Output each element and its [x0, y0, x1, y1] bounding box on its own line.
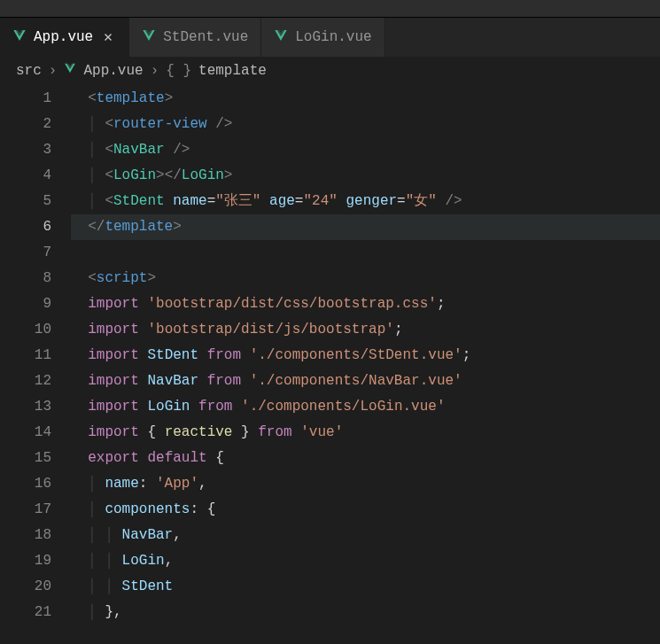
line-number: 6 — [0, 214, 71, 240]
line-number: 8 — [0, 266, 71, 291]
chevron-right-icon: › — [49, 63, 58, 79]
tab-label: StDent.vue — [163, 29, 248, 45]
code-line: import LoGin from './components/LoGin.vu… — [71, 394, 660, 420]
line-number: 15 — [0, 446, 71, 471]
line-number: 14 — [0, 420, 71, 446]
code-line: │ <NavBar /> — [71, 137, 660, 163]
line-number: 7 — [0, 240, 71, 266]
code-line: import StDent from './components/StDent.… — [71, 343, 660, 369]
line-number: 20 — [0, 574, 71, 600]
line-number: 16 — [0, 471, 71, 497]
vue-icon — [64, 62, 76, 79]
code-line: <script> — [71, 266, 660, 291]
line-number: 18 — [0, 523, 71, 548]
code-line: import 'bootstrap/dist/css/bootstrap.css… — [71, 291, 660, 317]
close-icon[interactable] — [100, 29, 116, 45]
breadcrumb-item[interactable]: template — [198, 63, 267, 79]
tab-stdent-vue[interactable]: StDent.vue — [129, 18, 261, 57]
code-line: │ name: 'App', — [71, 471, 660, 497]
vue-icon — [274, 28, 288, 47]
line-number: 13 — [0, 394, 71, 420]
line-number: 12 — [0, 369, 71, 394]
line-number: 1 — [0, 86, 71, 112]
menu-bar — [0, 0, 660, 18]
tab-label: App.vue — [34, 29, 93, 45]
line-number: 10 — [0, 317, 71, 343]
code-line: export default { — [71, 446, 660, 471]
breadcrumb-item[interactable]: App.vue — [83, 63, 143, 79]
breadcrumb[interactable]: src › App.vue › { } template — [0, 57, 660, 84]
line-number: 21 — [0, 600, 71, 625]
code-line: </template> — [71, 214, 660, 240]
code-line: import NavBar from './components/NavBar.… — [71, 369, 660, 394]
tab-bar: App.vue StDent.vue LoGin.vue — [0, 18, 660, 57]
code-line: import 'bootstrap/dist/js/bootstrap'; — [71, 317, 660, 343]
code-line: │ │ LoGin, — [71, 548, 660, 574]
line-number: 11 — [0, 343, 71, 369]
code-line: │ components: { — [71, 497, 660, 523]
line-number: 9 — [0, 291, 71, 317]
line-number: 19 — [0, 548, 71, 574]
tab-label: LoGin.vue — [295, 29, 371, 45]
line-number: 4 — [0, 163, 71, 189]
code-line: │ │ NavBar, — [71, 523, 660, 548]
code-line: import { reactive } from 'vue' — [71, 420, 660, 446]
breadcrumb-item[interactable]: src — [16, 63, 42, 79]
code-line: │ │ StDent — [71, 574, 660, 600]
code-line: │ <StDent name="张三" age="24" genger="女" … — [71, 189, 660, 214]
line-number: 17 — [0, 497, 71, 523]
tab-login-vue[interactable]: LoGin.vue — [261, 18, 384, 57]
line-number: 5 — [0, 189, 71, 214]
vue-icon — [12, 28, 27, 47]
line-number: 2 — [0, 112, 71, 137]
tab-app-vue[interactable]: App.vue — [0, 18, 129, 57]
vue-icon — [142, 28, 156, 47]
code-line: │ <LoGin></LoGin> — [71, 163, 660, 189]
code-line: │ }, — [71, 600, 660, 625]
braces-icon: { } — [166, 63, 191, 79]
code-line — [71, 240, 660, 266]
line-number: 3 — [0, 137, 71, 163]
chevron-right-icon: › — [151, 63, 159, 79]
code-editor[interactable]: 1 2 3 4 5 6 7 8 9 10 11 12 13 14 15 16 1… — [0, 84, 660, 625]
line-gutter: 1 2 3 4 5 6 7 8 9 10 11 12 13 14 15 16 1… — [0, 84, 71, 625]
code-line: <template> — [71, 86, 660, 112]
code-line: │ <router-view /> — [71, 112, 660, 137]
code-content[interactable]: <template> │ <router-view /> │ <NavBar /… — [71, 84, 660, 625]
